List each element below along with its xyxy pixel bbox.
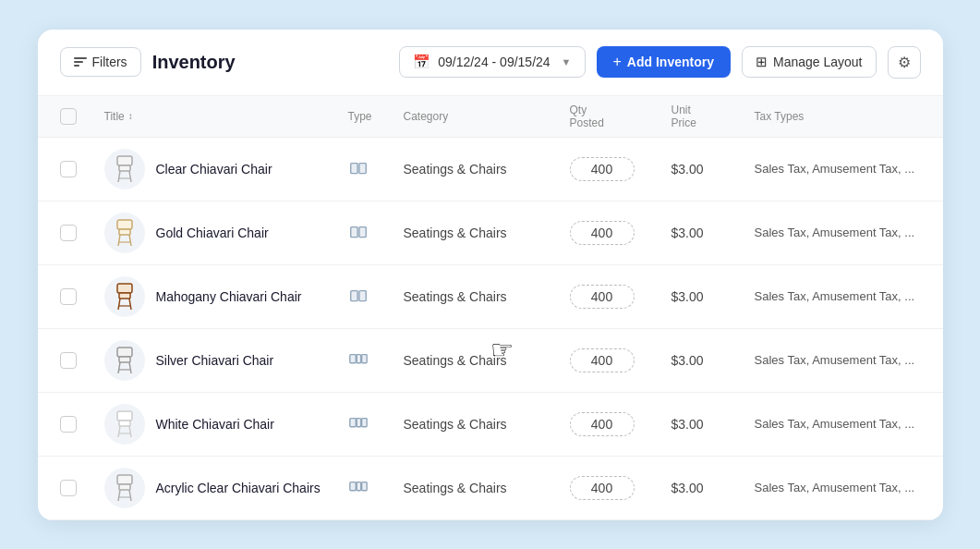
svg-rect-5 [350,163,357,173]
svg-line-31 [118,426,120,437]
row-category: Seatings & Chairs [404,289,570,304]
svg-rect-44 [361,482,367,490]
filters-button[interactable]: Filters [60,47,141,77]
avatar [104,276,145,317]
type-icon [348,350,404,371]
calendar-icon: 📅 [413,54,430,70]
svg-rect-22 [119,357,130,362]
svg-rect-29 [117,411,132,421]
col-price-line1: Unit [671,104,691,116]
svg-line-24 [129,362,131,373]
col-qty-line2: Posted [570,116,604,129]
svg-rect-27 [357,354,361,362]
type-icon [348,478,404,498]
svg-rect-42 [349,482,355,490]
row-category: Seatings & Chairs [404,353,570,368]
select-all-checkbox[interactable] [60,104,104,129]
layout-icon: ⊞ [756,54,768,70]
svg-rect-6 [358,163,365,173]
row-checkbox[interactable] [60,288,104,305]
row-qty: 400 [570,412,671,436]
svg-line-2 [118,171,120,182]
row-tax: Sales Tax, Amusement Tax, ... [755,162,921,176]
row-name: Mahogany Chiavari Chair [156,289,302,304]
row-price: $3.00 [671,162,755,177]
table-header: Title ↕ Type Category Qty Posted Unit Pr… [38,96,943,138]
svg-line-32 [129,426,131,437]
gear-icon: ⚙ [898,54,911,71]
settings-button[interactable]: ⚙ [888,46,921,79]
table-row: Silver Chiavari Chair Seatings & Chairs … [38,329,943,393]
col-category: Category [404,104,570,129]
col-type: Type [348,104,404,129]
row-checkbox[interactable] [60,225,104,241]
add-inventory-button[interactable]: + Add Inventory [597,46,731,78]
manage-layout-button[interactable]: ⊞ Manage Layout [742,46,877,78]
row-name: Clear Chiavari Chair [156,162,272,177]
row-title-cell: Clear Chiavari Chair [104,149,348,189]
svg-line-9 [118,235,120,246]
col-qty-line1: Qty [570,104,587,116]
svg-line-16 [118,299,120,310]
avatar [104,340,145,381]
row-qty: 400 [570,221,671,245]
svg-rect-43 [357,482,361,490]
row-name: Acrylic Clear Chiavari Chairs [156,481,321,495]
row-qty: 400 [570,476,671,500]
row-checkbox[interactable] [60,352,104,369]
date-range-picker[interactable]: 📅 09/12/24 - 09/15/24 ▼ [399,46,585,78]
svg-line-3 [129,171,131,182]
row-price: $3.00 [671,481,755,495]
table-row: Acrylic Clear Chiavari Chairs Seatings &… [38,457,943,520]
svg-rect-8 [119,229,130,235]
type-icon [348,159,404,179]
row-category: Seatings & Chairs [404,226,570,240]
manage-layout-label: Manage Layout [773,55,863,69]
row-tax: Sales Tax, Amusement Tax, ... [755,226,921,239]
type-icon [348,414,404,434]
svg-rect-0 [117,156,132,165]
inventory-table: ☞ Title ↕ Type Category Qty Posted Unit [38,96,943,520]
main-card: Filters Inventory 📅 09/12/24 - 09/15/24 … [38,30,943,520]
filters-label: Filters [92,55,127,69]
table-row: Gold Chiavari Chair Seatings & Chairs 40… [38,201,943,265]
table-row: Clear Chiavari Chair Seatings & Chairs 4… [38,138,943,201]
col-title: Title ↕ [104,104,348,129]
svg-rect-14 [117,284,132,293]
svg-rect-30 [119,421,130,426]
date-range-label: 09/12/24 - 09/15/24 [438,55,550,69]
svg-rect-19 [350,290,357,300]
row-checkbox[interactable] [60,480,104,496]
svg-rect-20 [358,290,365,300]
svg-rect-26 [349,354,355,362]
row-tax: Sales Tax, Amusement Tax, ... [755,417,921,431]
row-price: $3.00 [671,353,755,368]
row-tax: Sales Tax, Amusement Tax, ... [755,481,921,494]
svg-rect-38 [119,484,130,490]
row-checkbox[interactable] [60,416,104,433]
col-price: Unit Price [671,104,755,129]
row-category: Seatings & Chairs [404,417,570,432]
row-tax: Sales Tax, Amusement Tax, ... [755,289,921,303]
svg-rect-7 [117,220,132,229]
svg-line-10 [129,235,131,246]
row-checkbox[interactable] [60,161,104,177]
row-category: Seatings & Chairs [404,481,570,495]
svg-rect-15 [119,293,130,299]
svg-rect-21 [117,348,132,357]
row-title-cell: Acrylic Clear Chiavari Chairs [104,468,348,508]
toolbar: Filters Inventory 📅 09/12/24 - 09/15/24 … [38,30,943,96]
row-title-cell: Silver Chiavari Chair [104,340,348,381]
row-qty: 400 [570,157,671,181]
svg-rect-37 [117,475,132,484]
sort-icon: ↕ [128,111,133,121]
row-name: White Chiavari Chair [156,417,274,432]
plus-icon: + [613,54,622,70]
svg-rect-35 [357,418,361,426]
type-icon [348,287,404,307]
row-title-cell: Mahogany Chiavari Chair [104,276,348,317]
col-qty: Qty Posted [570,104,671,129]
add-inventory-label: Add Inventory [627,55,714,69]
row-title-cell: Gold Chiavari Chair [104,213,348,253]
svg-rect-34 [349,418,355,426]
